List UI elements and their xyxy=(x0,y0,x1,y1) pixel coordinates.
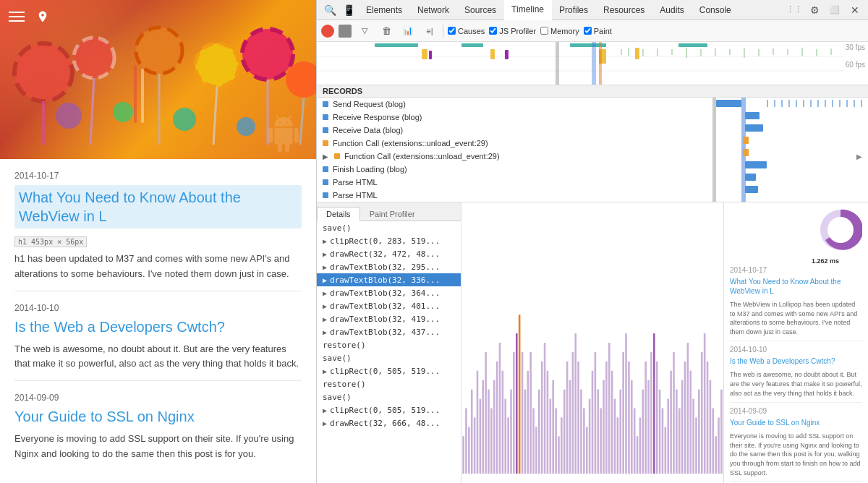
dock-icon[interactable]: ⬜ xyxy=(826,1,843,19)
cmd-7[interactable]: ▶drawTextBlob(32, 419... xyxy=(317,312,461,325)
svg-rect-102 xyxy=(529,352,532,474)
delete-icon[interactable]: 🗑 xyxy=(378,22,395,40)
chart-panel xyxy=(461,202,723,483)
cmd-15[interactable]: ▶drawRect(32, 666, 48... xyxy=(317,416,461,429)
stop-btn[interactable] xyxy=(339,25,352,38)
post-title-2[interactable]: Is the Web a Developers Cwtch? xyxy=(14,317,302,336)
search-icon[interactable]: 🔍 xyxy=(321,1,339,19)
cmd-4[interactable]: ▶drawTextBlob(32, 336... xyxy=(317,273,461,286)
tab-sources[interactable]: Sources xyxy=(457,0,504,20)
fps-30-label: 30 fps xyxy=(846,43,865,51)
tab-console[interactable]: Console xyxy=(692,0,739,20)
tab-paint-profiler[interactable]: Paint Profiler xyxy=(360,207,425,221)
cmd-label-14: clipRect(0, 505, 519... xyxy=(330,406,440,415)
mobile-icon[interactable]: 📱 xyxy=(340,1,357,19)
tab-profiles[interactable]: Profiles xyxy=(552,0,596,20)
flame-icon[interactable]: ≡| xyxy=(421,22,438,40)
svg-rect-109 xyxy=(550,399,552,474)
close-icon[interactable]: ✕ xyxy=(846,1,864,19)
svg-rect-41 xyxy=(657,48,658,56)
cmd-label-2: drawRect(32, 472, 48... xyxy=(330,249,440,259)
svg-rect-80 xyxy=(468,427,470,474)
js-profiler-checkbox[interactable]: JS Profiler xyxy=(489,27,536,35)
customize-icon[interactable]: ⋮⋮ xyxy=(786,1,803,19)
tab-audits[interactable]: Audits xyxy=(652,0,692,20)
svg-rect-86 xyxy=(485,352,487,474)
svg-point-3 xyxy=(74,38,114,78)
svg-rect-126 xyxy=(597,390,599,474)
svg-point-18 xyxy=(113,102,133,122)
preview-date-0: 2014-10-17 xyxy=(730,266,862,274)
svg-rect-169 xyxy=(718,417,720,474)
svg-rect-28 xyxy=(678,43,707,47)
devtools-panel: 🔍 📱 Elements Network Sources Timeline Pr… xyxy=(316,0,868,483)
causes-checkbox[interactable]: Causes xyxy=(448,27,485,35)
svg-rect-91 xyxy=(499,343,501,474)
svg-rect-167 xyxy=(712,409,714,474)
filter-icon[interactable]: ▽ xyxy=(356,22,373,40)
svg-rect-39 xyxy=(628,48,629,56)
cmd-6[interactable]: ▶drawTextBlob(32, 401... xyxy=(317,299,461,312)
cmd-13[interactable]: save() xyxy=(317,390,461,403)
svg-point-9 xyxy=(195,43,239,87)
record-item-4[interactable]: ▶ Function Call (extensions::unload_even… xyxy=(317,150,868,163)
pie-chart-svg xyxy=(819,208,862,252)
tab-network[interactable]: Network xyxy=(410,0,457,20)
cmd-14[interactable]: ▶clipRect(0, 505, 519... xyxy=(317,403,461,416)
pie-label: 1.262 ms xyxy=(812,257,839,265)
svg-rect-155 xyxy=(678,409,681,474)
record-color-1 xyxy=(323,114,328,120)
cmd-5[interactable]: ▶drawTextBlob(32, 364... xyxy=(317,286,461,299)
tab-details[interactable]: Details xyxy=(317,207,360,221)
svg-rect-78 xyxy=(462,436,464,474)
svg-rect-90 xyxy=(496,362,498,474)
svg-rect-114 xyxy=(563,390,566,474)
post-title-3[interactable]: Your Guide to SSL on Nginx xyxy=(14,407,302,426)
svg-rect-141 xyxy=(639,417,642,474)
cmd-0[interactable]: save() xyxy=(317,221,461,234)
svg-rect-121 xyxy=(583,409,585,474)
svg-rect-32 xyxy=(635,48,639,59)
cmd-8[interactable]: ▶drawTextBlob(32, 437... xyxy=(317,325,461,338)
svg-rect-116 xyxy=(569,380,571,474)
cmd-1[interactable]: ▶clipRect(0, 283, 519... xyxy=(317,234,461,247)
svg-rect-133 xyxy=(617,417,619,474)
cmd-11[interactable]: ▶clipRect(0, 505, 519... xyxy=(317,364,461,377)
svg-rect-26 xyxy=(461,43,483,47)
paint-checkbox[interactable]: Paint xyxy=(584,27,612,35)
cmd-label-12: restore() xyxy=(323,380,366,389)
post-excerpt-1: h1 has been updated to M37 and comes wit… xyxy=(14,252,302,282)
svg-rect-85 xyxy=(482,380,484,474)
svg-rect-156 xyxy=(681,380,684,474)
memory-checkbox[interactable]: Memory xyxy=(540,27,579,35)
tab-timeline[interactable]: Timeline xyxy=(504,0,552,20)
tab-elements[interactable]: Elements xyxy=(359,0,410,20)
settings-icon[interactable]: ⚙ xyxy=(806,1,823,19)
svg-rect-33 xyxy=(429,51,432,59)
cmd-10[interactable]: save() xyxy=(317,351,461,364)
tab-resources[interactable]: Resources xyxy=(596,0,652,20)
record-item-3: Function Call (extensions::unload_event:… xyxy=(317,137,868,150)
blog-content: 2014-10-17 What You Need to Know About t… xyxy=(0,159,316,478)
record-btn[interactable] xyxy=(321,25,334,38)
preview-divider-0 xyxy=(730,341,862,341)
cmd-3[interactable]: ▶drawTextBlob(32, 295... xyxy=(317,260,461,273)
svg-rect-117 xyxy=(572,352,574,474)
svg-rect-50 xyxy=(787,49,788,55)
svg-line-11 xyxy=(213,87,217,145)
cmd-12[interactable]: restore() xyxy=(317,377,461,390)
cmd-2[interactable]: ▶drawRect(32, 472, 48... xyxy=(317,247,461,260)
record-label-5: Finish Loading (blog) xyxy=(333,165,407,174)
svg-rect-163 xyxy=(701,352,703,474)
svg-rect-34 xyxy=(505,50,509,59)
timeline-toolbar: ▽ 🗑 📊 ≡| Causes JS Profiler Memory Paint xyxy=(317,20,868,42)
preview-content: 2014-10-17 What You Need to Know About t… xyxy=(724,260,868,483)
cmd-9[interactable]: restore() xyxy=(317,338,461,351)
post-date-3: 2014-09-09 xyxy=(14,393,302,403)
post-title-1[interactable]: What You Need to Know About the WebView … xyxy=(14,185,302,228)
svg-rect-93 xyxy=(504,399,506,474)
svg-rect-89 xyxy=(493,380,495,474)
cmd-label-15: drawRect(32, 666, 48... xyxy=(330,419,440,428)
preview-divider-2 xyxy=(730,482,862,482)
chart-icon[interactable]: 📊 xyxy=(399,22,417,40)
